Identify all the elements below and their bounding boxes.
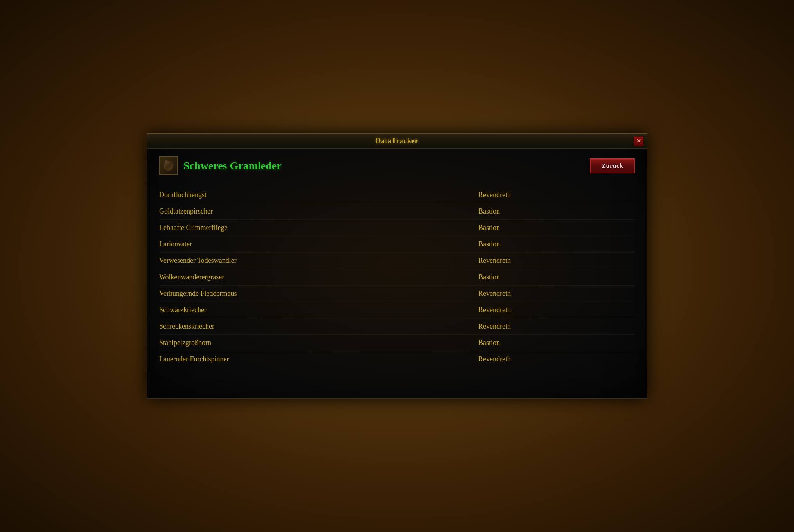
entry-zone: Revendreth (478, 257, 635, 265)
entry-zone: Revendreth (478, 306, 635, 314)
entry-name: Stahlpelzgroßhorn (159, 339, 478, 347)
list-item[interactable]: Verwesender TodeswandlerRevendreth (159, 253, 635, 269)
item-info: Schweres Gramleder (159, 156, 282, 175)
entry-name: Wolkenwanderergraser (159, 273, 478, 281)
entry-list: DornfluchhengstRevendrethGoldtatzenpirsc… (159, 187, 635, 367)
entry-name: Larionvater (159, 240, 478, 248)
entry-name: Verhungernde Fleddermaus (159, 289, 478, 298)
entry-name: Verwesender Todeswandler (159, 257, 478, 265)
entry-zone: Revendreth (478, 191, 635, 199)
entry-name: Schwarzkriecher (159, 306, 478, 314)
header-row: Schweres Gramleder Zurück (159, 156, 635, 175)
content-area: Schweres Gramleder Zurück Dornfluchhengs… (147, 149, 647, 375)
main-window: DataTracker ✕ Schweres Gramleder Zurück … (147, 133, 647, 399)
entry-name: Goldtatzenpirscher (159, 207, 478, 216)
list-item[interactable]: Lauernder FurchtspinnerRevendreth (159, 351, 635, 367)
list-item[interactable]: SchwarzkriecherRevendreth (159, 302, 635, 318)
list-item[interactable]: GoldtatzenpirscherBastion (159, 203, 635, 220)
entry-zone: Bastion (478, 207, 635, 216)
item-icon (159, 156, 178, 175)
entry-name: Dornfluchhengst (159, 191, 478, 199)
entry-zone: Bastion (478, 339, 635, 347)
list-item[interactable]: SchreckenskriecherRevendreth (159, 318, 635, 335)
entry-zone: Revendreth (478, 289, 635, 298)
entry-zone: Revendreth (478, 322, 635, 331)
window-title: DataTracker (375, 137, 419, 145)
list-item[interactable]: DornfluchhengstRevendreth (159, 187, 635, 203)
entry-name: Schreckenskriecher (159, 322, 478, 331)
entry-zone: Bastion (478, 224, 635, 232)
entry-name: Lauernder Furchtspinner (159, 355, 478, 363)
entry-zone: Bastion (478, 240, 635, 248)
list-item[interactable]: Lebhafte GlimmerfliegeBastion (159, 220, 635, 236)
back-button[interactable]: Zurück (590, 158, 635, 173)
list-item[interactable]: StahlpelzgroßhornBastion (159, 335, 635, 351)
entry-zone: Revendreth (478, 355, 635, 363)
item-name: Schweres Gramleder (183, 160, 282, 172)
list-item[interactable]: WolkenwanderergraserBastion (159, 269, 635, 286)
close-button[interactable]: ✕ (634, 137, 643, 146)
list-item[interactable]: LarionvaterBastion (159, 236, 635, 253)
entry-name: Lebhafte Glimmerfliege (159, 224, 478, 232)
title-bar: DataTracker ✕ (147, 134, 647, 149)
entry-zone: Bastion (478, 273, 635, 281)
list-item[interactable]: Verhungernde FleddermausRevendreth (159, 286, 635, 302)
